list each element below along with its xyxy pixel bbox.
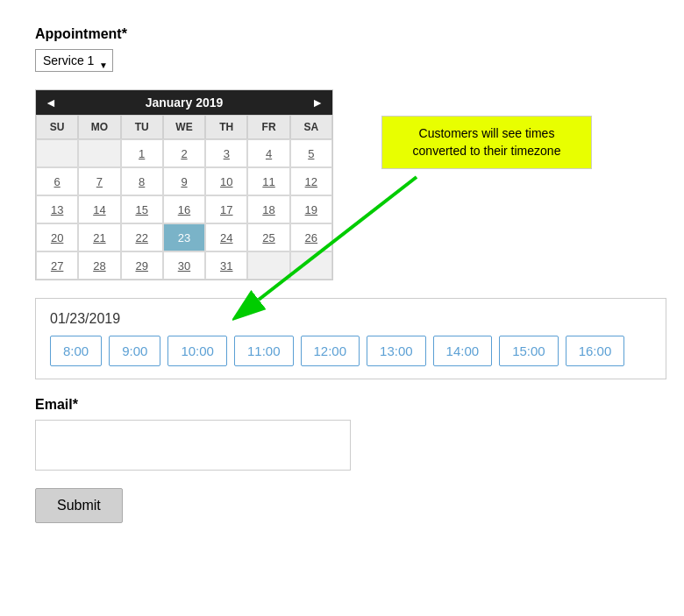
calendar-cell-day[interactable]: 8 — [121, 167, 163, 195]
timeslot-1500[interactable]: 15:00 — [499, 336, 559, 366]
annotation-tooltip: Customers will see times converted to th… — [381, 116, 592, 169]
calendar-cell-day[interactable]: 25 — [247, 223, 289, 251]
calendar-cell-day[interactable]: 7 — [78, 167, 120, 195]
calendar-month-year: January 2019 — [146, 96, 224, 110]
calendar-header: ◄ January 2019 ► — [36, 90, 332, 115]
calendar-grid: SU MO TU WE TH FR SA 1 2 3 4 5 6 7 8 9 — [36, 115, 332, 280]
calendar-cell-day[interactable]: 6 — [36, 167, 78, 195]
day-header-mo: MO — [78, 115, 120, 139]
calendar-cell-day[interactable]: 26 — [290, 223, 332, 251]
service-select[interactable]: Service 1 Service 2 Service 3 — [35, 49, 113, 72]
calendar-cell-selected[interactable]: 23 — [163, 223, 205, 251]
calendar-cell-day[interactable]: 4 — [247, 139, 289, 167]
calendar-cell-day[interactable]: 11 — [247, 167, 289, 195]
calendar-cell-empty — [290, 251, 332, 280]
timeslot-900[interactable]: 9:00 — [109, 336, 160, 366]
calendar-cell-day[interactable]: 2 — [163, 139, 205, 167]
day-header-th: TH — [205, 115, 247, 139]
selected-date: 01/23/2019 — [50, 311, 652, 327]
calendar-cell-empty — [247, 251, 289, 280]
annotation-text: Customers will see times converted to th… — [413, 126, 561, 158]
timeslot-1000[interactable]: 10:00 — [167, 336, 227, 366]
service-select-wrapper[interactable]: Service 1 Service 2 Service 3 — [35, 49, 113, 81]
day-header-we: WE — [163, 115, 205, 139]
day-header-tu: TU — [121, 115, 163, 139]
calendar-cell-empty — [78, 139, 120, 167]
timeslot-1600[interactable]: 16:00 — [566, 336, 625, 366]
calendar-cell-day[interactable]: 29 — [121, 251, 163, 280]
calendar: ◄ January 2019 ► SU MO TU WE TH FR SA 1 … — [35, 89, 333, 280]
calendar-cell-day[interactable]: 18 — [247, 195, 289, 223]
calendar-cell-day[interactable]: 16 — [163, 195, 205, 223]
email-input[interactable] — [35, 420, 351, 471]
day-header-fr: FR — [247, 115, 289, 139]
timeslot-800[interactable]: 8:00 — [50, 336, 102, 366]
calendar-cell-day[interactable]: 21 — [78, 223, 120, 251]
submit-button[interactable]: Submit — [35, 488, 123, 523]
day-header-sa: SA — [290, 115, 332, 139]
timeslot-1400[interactable]: 14:00 — [433, 336, 493, 366]
calendar-cell-day[interactable]: 3 — [205, 139, 247, 167]
annotation-container: Customers will see times converted to th… — [381, 116, 592, 169]
calendar-cell-day[interactable]: 22 — [121, 223, 163, 251]
calendar-cell-day[interactable]: 20 — [36, 223, 78, 251]
calendar-cell-day[interactable]: 17 — [205, 195, 247, 223]
calendar-cell-day[interactable]: 27 — [36, 251, 78, 280]
calendar-cell-day[interactable]: 24 — [205, 223, 247, 251]
email-label: Email* — [35, 397, 649, 413]
calendar-cell-day[interactable]: 28 — [78, 251, 120, 280]
appointment-label: Appointment* — [35, 26, 649, 42]
calendar-cell-day[interactable]: 19 — [290, 195, 332, 223]
calendar-cell-day[interactable]: 30 — [163, 251, 205, 280]
calendar-cell-empty — [36, 139, 78, 167]
page-container: Appointment* Service 1 Service 2 Service… — [35, 26, 649, 523]
calendar-annotation-area: ◄ January 2019 ► SU MO TU WE TH FR SA 1 … — [35, 89, 649, 280]
calendar-cell-day[interactable]: 1 — [121, 139, 163, 167]
next-month-button[interactable]: ► — [311, 96, 324, 110]
timeslots-row: 8:00 9:00 10:00 11:00 12:00 13:00 14:00 … — [50, 336, 652, 366]
day-header-su: SU — [36, 115, 78, 139]
timeslot-1200[interactable]: 12:00 — [301, 336, 360, 366]
calendar-cell-day[interactable]: 14 — [78, 195, 120, 223]
calendar-cell-day[interactable]: 10 — [205, 167, 247, 195]
timeslot-container: 01/23/2019 8:00 9:00 10:00 11:00 12:00 1… — [35, 298, 666, 379]
calendar-cell-day[interactable]: 12 — [290, 167, 332, 195]
timeslot-1300[interactable]: 13:00 — [367, 336, 426, 366]
calendar-cell-day[interactable]: 13 — [36, 195, 78, 223]
calendar-cell-day[interactable]: 31 — [205, 251, 247, 280]
calendar-cell-day[interactable]: 5 — [290, 139, 332, 167]
calendar-cell-day[interactable]: 15 — [121, 195, 163, 223]
timeslot-1100[interactable]: 11:00 — [234, 336, 294, 366]
calendar-cell-day[interactable]: 9 — [163, 167, 205, 195]
prev-month-button[interactable]: ◄ — [45, 96, 57, 110]
